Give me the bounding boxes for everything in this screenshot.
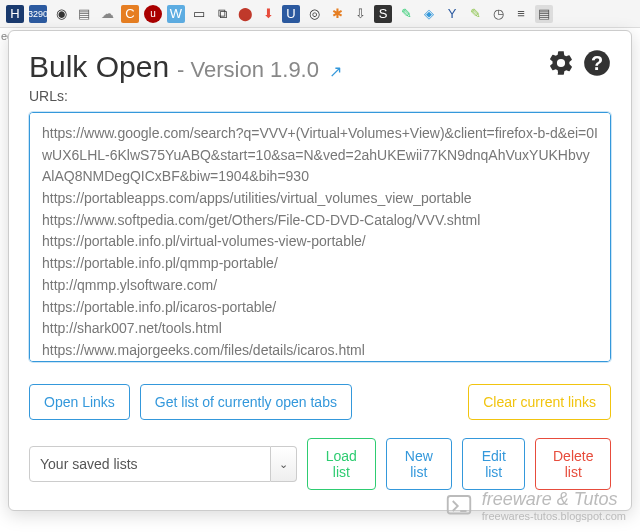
ext-icon[interactable]: Y — [443, 5, 461, 23]
settings-icon[interactable] — [547, 49, 575, 81]
popup-header: Bulk Open - Version 1.9.0 ↗ ? — [29, 49, 611, 84]
watermark-title: freeware & Tutos — [482, 489, 626, 510]
ext-icon[interactable]: ▤ — [535, 5, 553, 23]
ext-icon[interactable]: C — [121, 5, 139, 23]
urls-textarea[interactable] — [29, 112, 611, 362]
app-title: Bulk Open — [29, 50, 169, 84]
ext-icon[interactable]: ◷ — [489, 5, 507, 23]
ext-icon[interactable]: ✱ — [328, 5, 346, 23]
svg-rect-2 — [447, 496, 470, 514]
ext-icon[interactable]: ▭ — [190, 5, 208, 23]
ext-icon[interactable]: ⬤ — [236, 5, 254, 23]
ext-icon[interactable]: ⧉ — [213, 5, 231, 23]
ext-icon[interactable]: ✎ — [466, 5, 484, 23]
help-icon[interactable]: ? — [583, 49, 611, 81]
ext-icon[interactable]: 3290 — [29, 5, 47, 23]
chevron-down-icon[interactable]: ⌄ — [271, 446, 297, 482]
watermark: freeware & Tutos freewares-tutos.blogspo… — [444, 489, 626, 522]
svg-text:?: ? — [591, 52, 603, 74]
open-links-button[interactable]: Open Links — [29, 384, 130, 420]
app-version: - Version 1.9.0 ↗ — [177, 57, 342, 83]
load-list-button[interactable]: Load list — [307, 438, 376, 490]
ext-icon[interactable]: ▤ — [75, 5, 93, 23]
action-row-2: Your saved lists ⌄ Load list New list Ed… — [29, 438, 611, 490]
ext-icon[interactable]: U — [282, 5, 300, 23]
get-tabs-button[interactable]: Get list of currently open tabs — [140, 384, 352, 420]
ext-icon[interactable]: ⇩ — [351, 5, 369, 23]
ext-icon[interactable]: ◎ — [305, 5, 323, 23]
browser-toolbar: H 3290 ◉ ▤ ☁ C u W ▭ ⧉ ⬤ ⬇ U ◎ ✱ ⇩ S ✎ ◈… — [0, 0, 640, 28]
ext-icon[interactable]: ✎ — [397, 5, 415, 23]
edit-list-button[interactable]: Edit list — [462, 438, 525, 490]
action-row-1: Open Links Get list of currently open ta… — [29, 384, 611, 420]
new-list-button[interactable]: New list — [386, 438, 452, 490]
clear-links-button[interactable]: Clear current links — [468, 384, 611, 420]
urls-label: URLs: — [29, 88, 611, 104]
extension-popup: Bulk Open - Version 1.9.0 ↗ ? URLs: Open… — [8, 30, 632, 511]
select-value[interactable]: Your saved lists — [29, 446, 271, 482]
ext-icon[interactable]: ◈ — [420, 5, 438, 23]
ext-icon[interactable]: ⬇ — [259, 5, 277, 23]
ext-icon[interactable]: W — [167, 5, 185, 23]
external-link-icon[interactable]: ↗ — [329, 63, 342, 80]
ext-icon[interactable]: ☁ — [98, 5, 116, 23]
ext-icon[interactable]: H — [6, 5, 24, 23]
ext-icon[interactable]: u — [144, 5, 162, 23]
ext-icon[interactable]: ≡ — [512, 5, 530, 23]
ext-icon[interactable]: S — [374, 5, 392, 23]
ext-icon[interactable]: ◉ — [52, 5, 70, 23]
watermark-sub: freewares-tutos.blogspot.com — [482, 510, 626, 522]
saved-lists-select[interactable]: Your saved lists ⌄ — [29, 446, 297, 482]
delete-list-button[interactable]: Delete list — [535, 438, 611, 490]
